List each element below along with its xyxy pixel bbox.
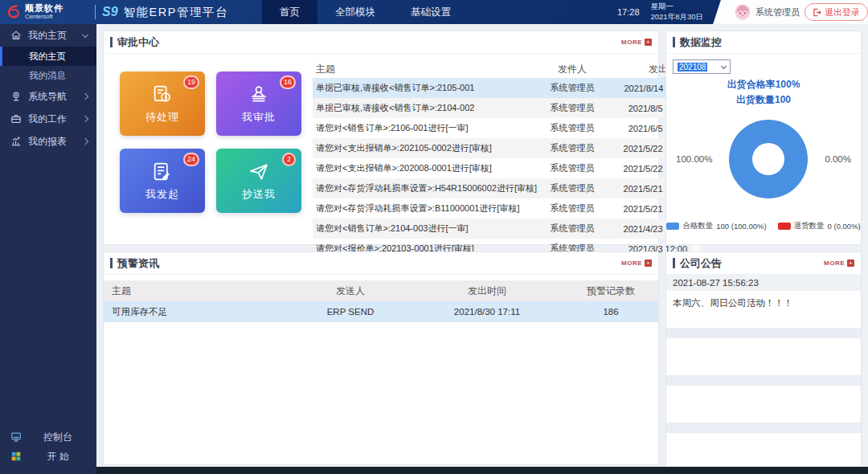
sidebar-item-my-work[interactable]: 我的工作 — [0, 108, 96, 130]
col-header-time: 发出时间 — [411, 284, 563, 298]
header-accent-bar — [110, 258, 113, 268]
date: 2021年8月30日 — [651, 12, 703, 22]
alert-time: 2021/8/30 17:11 — [411, 307, 563, 317]
my-approvals-count-badge: 16 — [280, 76, 296, 89]
alert-row[interactable]: 可用库存不足 ERP SEND 2021/8/30 17:11 186 — [104, 301, 658, 322]
tab-basic-settings[interactable]: 基础设置 — [393, 0, 469, 24]
bottom-status-strip — [96, 467, 868, 474]
subitem-label: 我的主页 — [29, 51, 66, 61]
table-row[interactable]: 请您对<存货浮动耗损率设置>:H54R15006002进行[审核] 系统管理员 … — [313, 178, 690, 198]
logout-icon — [813, 8, 821, 17]
table-row[interactable]: 单据已审核,请接收<销售订单>:2104-002 系统管理员 2021/8/5 … — [313, 98, 690, 118]
notice-empty-slot — [666, 423, 861, 433]
cc-count-badge: 2 — [282, 153, 296, 166]
row-sender: 系统管理员 — [537, 202, 608, 215]
company-name-en: Centersoft — [25, 14, 63, 20]
sidebar-subitem-my-home[interactable]: 我的主页 — [0, 47, 96, 66]
legend-value: 0 (0.00%) — [828, 222, 861, 231]
console-button[interactable]: 控制台 — [0, 427, 96, 447]
more-plus-icon: + — [847, 259, 854, 267]
row-subject: 请您对<销售订单>:2106-001进行[一审] — [313, 122, 537, 134]
map-pin-icon — [10, 91, 22, 102]
col-header-subject: 主题 — [104, 284, 290, 298]
legend-name: 退货数量 — [794, 221, 825, 231]
more-plus-icon: + — [645, 39, 652, 46]
paper-plane-icon — [248, 161, 270, 183]
shipment-qty-text: 出货数量100 — [666, 92, 861, 108]
row-subject: 请您对<销售订单>:2104-003进行[一审] — [313, 223, 537, 235]
alerts-more-link[interactable]: MORE + — [621, 259, 652, 267]
tab-home[interactable]: 首页 — [262, 0, 317, 24]
row-subject: 请您对<支出报销单>:202008-0001进行[审核] — [313, 162, 537, 174]
sidebar-item-system-nav[interactable]: 系统导航 — [0, 85, 96, 108]
top-bar: 顺景软件 Centersoft S9 智能ERP管理平台 首页 全部模块 基础设… — [0, 0, 868, 24]
start-button[interactable]: 开 始 — [0, 447, 96, 466]
chevron-right-icon — [82, 138, 88, 145]
row-sender: 系统管理员 — [537, 82, 608, 94]
main-nav: 首页 全部模块 基础设置 — [262, 0, 469, 24]
alerts-panel: 预警资讯 MORE + 主题 发送人 发出时间 预警记录数 可用库存不足 ERP… — [103, 251, 659, 465]
user-avatar[interactable] — [735, 4, 751, 20]
tile-my-approvals[interactable]: 16 我审批 — [216, 72, 301, 136]
product-logo: S9 — [102, 5, 118, 19]
user-area: 系统管理员 退出登录 — [725, 0, 868, 24]
row-sender: 系统管理员 — [537, 182, 608, 194]
row-subject: 单据已审核,请接收<销售订单>:2105-001 — [313, 82, 537, 94]
tile-initiated-by-me[interactable]: 24 我发起 — [120, 149, 205, 213]
alert-sender: ERP SEND — [290, 307, 411, 317]
more-label: MORE — [824, 259, 845, 267]
approval-more-link[interactable]: MORE + — [621, 39, 652, 46]
clock: 17:28 — [617, 7, 640, 17]
app-title: 智能ERP管理平台 — [124, 5, 228, 20]
approval-center-panel: 审批中心 MORE + 19 待处理 16 — [103, 31, 659, 245]
start-label: 开 始 — [28, 450, 88, 464]
row-sender: 系统管理员 — [537, 223, 608, 235]
table-row[interactable]: 请您对<支出报销单>:202008-0001进行[审核] 系统管理员 2021/… — [313, 158, 690, 178]
table-row[interactable]: 请您对<支出报销单>:202105-0002进行[审核] 系统管理员 2021/… — [313, 138, 690, 158]
tile-cc-to-me[interactable]: 2 抄送我 — [216, 149, 301, 213]
pass-rate-text: 出货合格率100% — [666, 77, 861, 92]
table-row[interactable]: 请您对<销售订单>:2104-003进行[一审] 系统管理员 2021/4/23… — [313, 219, 690, 239]
notice-text[interactable]: 本周六、周日公司活动！！！ — [666, 291, 861, 328]
table-row[interactable]: 请您对<销售订单>:2106-001进行[一审] 系统管理员 2021/6/5 … — [313, 118, 690, 138]
panel-title: 审批中心 — [117, 35, 159, 50]
sidebar: 我的主页 我的主页 我的消息 系统导航 我的工作 我的报表 — [0, 24, 96, 474]
panel-header: 公司公告 MORE + — [666, 252, 861, 275]
row-subject: 单据已审核,请接收<销售订单>:2104-002 — [313, 102, 537, 114]
row-sender: 系统管理员 — [537, 162, 608, 174]
period-value: 202108 — [678, 63, 707, 72]
pending-count-badge: 19 — [183, 76, 199, 89]
document-clock-icon — [151, 84, 174, 106]
more-label: MORE — [621, 39, 642, 46]
table-row[interactable]: 请您对<存货浮动耗损率设置>:B11000001进行[审核] 系统管理员 202… — [313, 198, 690, 219]
sidebar-subitem-my-messages[interactable]: 我的消息 — [0, 66, 96, 85]
sidebar-item-label: 我的主页 — [28, 29, 83, 43]
row-sender: 系统管理员 — [537, 142, 608, 154]
period-select[interactable]: 202108 — [673, 59, 731, 74]
row-sender: 系统管理员 — [537, 122, 608, 134]
approval-tiles: 19 待处理 16 我审批 — [112, 60, 306, 259]
sidebar-item-my-home[interactable]: 我的主页 — [0, 24, 96, 47]
sidebar-item-my-reports[interactable]: 我的报表 — [0, 130, 96, 153]
panel-header: 审批中心 MORE + — [104, 31, 658, 54]
shipment-stats: 出货合格率100% 出货数量100 — [666, 77, 861, 107]
legend-value: 100 (100.00%) — [716, 222, 766, 231]
console-label: 控制台 — [28, 431, 88, 444]
bar-chart-icon — [10, 136, 22, 147]
sidebar-item-label: 系统导航 — [28, 90, 83, 104]
notice-empty-content — [666, 386, 861, 423]
tab-all-modules[interactable]: 全部模块 — [317, 0, 393, 24]
subitem-label: 我的消息 — [29, 71, 66, 80]
approval-body: 19 待处理 16 我审批 — [104, 54, 658, 265]
document-edit-icon — [151, 161, 174, 183]
chevron-right-icon — [82, 93, 88, 100]
table-row[interactable]: 单据已审核,请接收<销售订单>:2105-001 系统管理员 2021/8/14… — [313, 78, 690, 98]
chevron-down-icon — [82, 31, 88, 37]
sidebar-bottom: 控制台 开 始 — [0, 427, 96, 466]
col-header-sender: 发送人 — [290, 284, 411, 298]
notice-more-link[interactable]: MORE + — [824, 259, 854, 267]
col-header-sender: 发件人 — [537, 63, 608, 76]
logout-button[interactable]: 退出登录 — [805, 3, 868, 21]
company-notice-panel: 公司公告 MORE + 2021-08-27 15:56:23 本周六、周日公司… — [665, 251, 862, 465]
tile-pending[interactable]: 19 待处理 — [120, 72, 205, 136]
